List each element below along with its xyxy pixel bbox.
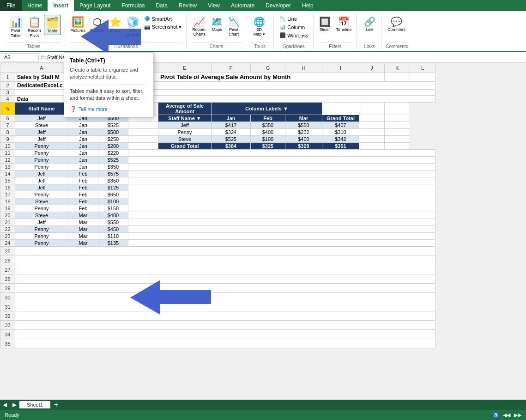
cell-a12[interactable]: Penny [15, 157, 68, 164]
col-header-k[interactable]: K [385, 63, 410, 73]
tab-home[interactable]: Home [22, 0, 48, 11]
tab-data[interactable]: Data [150, 0, 173, 11]
cell-a7[interactable]: Steve [15, 122, 68, 129]
cell-c22[interactable]: $450 [98, 226, 128, 233]
cell-c14[interactable]: $575 [98, 170, 128, 177]
row-header[interactable]: 27 [0, 265, 15, 274]
cell-b7[interactable]: Jan [68, 122, 98, 129]
cell-b16[interactable]: Feb [68, 184, 98, 191]
tab-insert[interactable]: Insert [48, 0, 74, 11]
cell-a4[interactable]: Data [15, 96, 68, 103]
col-header-h[interactable]: H [285, 63, 322, 73]
tab-automate[interactable]: Automate [225, 0, 260, 11]
row-header[interactable]: 23 [0, 233, 15, 240]
cell-a19[interactable]: Penny [15, 205, 68, 212]
row-header[interactable]: 29 [0, 284, 15, 293]
cell-c13[interactable]: $350 [98, 164, 128, 170]
row-header[interactable]: 25 [0, 247, 15, 256]
cell-c17[interactable]: $650 [98, 191, 128, 198]
cell-b22[interactable]: Mar [68, 226, 98, 233]
pivotchart-button[interactable]: 📉 PivotChart [225, 15, 242, 38]
cell-a20[interactable]: Steve [15, 212, 68, 219]
row-header[interactable]: 32 [0, 311, 15, 321]
cell-c8[interactable]: $500 [98, 129, 128, 136]
cell-a2[interactable]: DedicatedExcel.c [15, 82, 68, 90]
row-header[interactable]: 31 [0, 302, 15, 311]
timeline-button[interactable]: 📅 Timeline [334, 15, 354, 33]
cell-a23[interactable]: Penny [15, 233, 68, 240]
col-header-j[interactable]: J [359, 63, 385, 73]
row-header[interactable]: 22 [0, 226, 15, 233]
row-header[interactable]: 33 [0, 321, 15, 330]
row-header[interactable]: 11 [0, 150, 15, 157]
row-header[interactable]: 16 [0, 184, 15, 191]
cell-a17[interactable]: Penny [15, 191, 68, 198]
cell-c23[interactable]: $110 [98, 233, 128, 240]
tab-review[interactable]: Review [173, 0, 202, 11]
add-sheet-button[interactable]: + [50, 401, 62, 402]
row-header[interactable]: 19 [0, 205, 15, 212]
row-header[interactable]: 2 [0, 82, 15, 90]
recommended-charts-button[interactable]: 📈 Recom.Charts [190, 15, 208, 38]
row-header[interactable]: 10 [0, 143, 15, 150]
col-header-g[interactable]: G [251, 63, 285, 73]
cell-b8[interactable]: Jan [68, 129, 98, 136]
cell-b23[interactable]: Mar [68, 233, 98, 240]
cell-b24[interactable]: Mar [68, 240, 98, 247]
cell-b17[interactable]: Feb [68, 191, 98, 198]
tab-pagelayout[interactable]: Page Layout [74, 0, 116, 11]
cell-c24[interactable]: $135 [98, 240, 128, 247]
row-header[interactable]: 28 [0, 274, 15, 284]
maps-button[interactable]: 🗺️ Maps [209, 15, 224, 33]
cell-b14[interactable]: Feb [68, 170, 98, 177]
cell-c15[interactable]: $350 [98, 177, 128, 184]
cell-a1[interactable]: Sales by Staff M [15, 73, 68, 82]
col-header-e[interactable]: E [158, 63, 212, 73]
slicer-button[interactable]: 🔲 Slicer [317, 15, 333, 33]
row-header[interactable]: 12 [0, 157, 15, 164]
cell-c10[interactable]: $200 [98, 143, 128, 150]
line-button[interactable]: 📉 Line [278, 15, 310, 23]
row-header[interactable]: 20 [0, 212, 15, 219]
cell-c16[interactable]: $125 [98, 184, 128, 191]
row-header[interactable]: 14 [0, 170, 15, 177]
cell-c12[interactable]: $525 [98, 157, 128, 164]
row-header[interactable]: 1 [0, 73, 15, 82]
cell-a18[interactable]: Steve [15, 198, 68, 205]
cell-a9[interactable]: Jeff [15, 136, 68, 143]
cell-b20[interactable]: Mar [68, 212, 98, 219]
column-button[interactable]: 📊 Column [278, 23, 310, 31]
cell-a10[interactable]: Penny [15, 143, 68, 150]
pivottable-button[interactable]: 📊 PivotTable [6, 15, 25, 40]
3dmap-button[interactable]: 🌐 3DMap ▾ [249, 15, 269, 38]
comment-button[interactable]: 💬 Comment [386, 15, 407, 33]
row-header-5[interactable]: 5 [0, 103, 15, 115]
cell-a15[interactable]: Jeff [15, 177, 68, 184]
row-header[interactable]: 18 [0, 198, 15, 205]
cell-b18[interactable]: Feb [68, 198, 98, 205]
cell-b13[interactable]: Jan [68, 164, 98, 170]
row-header[interactable]: 34 [0, 330, 15, 339]
tab-formulas[interactable]: Formulas [116, 0, 150, 11]
cell-c7[interactable]: $525 [98, 122, 128, 129]
tab-help[interactable]: Help [296, 0, 319, 11]
row-header[interactable]: 24 [0, 240, 15, 247]
cell-a11[interactable]: Penny [15, 150, 68, 157]
tooltip-link[interactable]: ❓ Tell me more [70, 106, 148, 112]
tab-view[interactable]: View [202, 0, 225, 11]
cell-c21[interactable]: $550 [98, 219, 128, 226]
smartart-button[interactable]: 🔷 SmartArt [142, 15, 184, 23]
tab-developer[interactable]: Developer [260, 0, 296, 11]
cell-a16[interactable]: Jeff [15, 184, 68, 191]
cell-c19[interactable]: $150 [98, 205, 128, 212]
row-header[interactable]: 17 [0, 191, 15, 198]
pivot-subhdr-e[interactable]: Staff Name ▼ [158, 115, 212, 122]
winloss-button[interactable]: ⬛ Win/Loss [278, 31, 310, 39]
cell-a24[interactable]: Penny [15, 240, 68, 247]
cell-a14[interactable]: Jeff [15, 170, 68, 177]
row-header[interactable]: 3 [0, 90, 15, 96]
cell-a6[interactable]: Jeff [15, 115, 68, 122]
screenshot-button[interactable]: 📷 Screenshot ▾ [142, 23, 184, 31]
link-button[interactable]: 🔗 Link [360, 15, 379, 33]
row-header[interactable]: 13 [0, 164, 15, 170]
